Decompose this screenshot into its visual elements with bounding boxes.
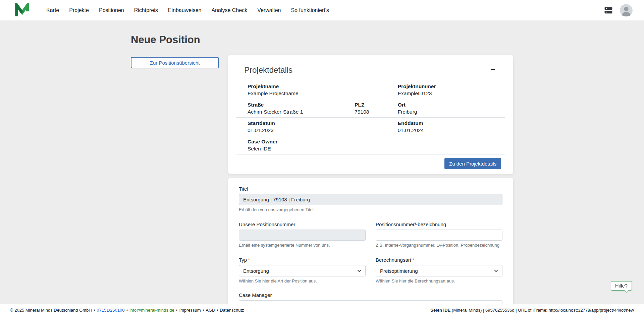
table-row: Straße Achim-Stocker-Straße 1 PLZ 79108 … — [236, 99, 505, 117]
field-startdatum: Startdatum 01.01.2023 — [248, 120, 398, 133]
berechnungsart-select[interactable]: Preisoptimierung — [376, 265, 502, 276]
case-owner-label: Case Owner — [248, 138, 494, 145]
user-avatar-icon[interactable] — [620, 4, 633, 17]
ort-label: Ort — [398, 102, 494, 108]
table-row: Case Owner Selen IDE — [236, 136, 505, 154]
strasse-label: Straße — [248, 102, 355, 108]
nav-projekte[interactable]: Projekte — [69, 7, 89, 13]
plz-label: PLZ — [355, 102, 397, 108]
titel-input — [239, 194, 502, 205]
field-projektnummer: Projektnummer ExampleID123 — [398, 83, 494, 97]
startdatum-value: 01.01.2023 — [248, 127, 398, 133]
footer: © 2025 Mineral Minds Deutschland GmbH • … — [0, 304, 644, 316]
field-projektname: Projektname Example Projectname — [248, 83, 398, 97]
positionsnummer-help: Z.B. Interne-Vorgangsnummer, LV-Position… — [376, 243, 502, 248]
nav-richtpreis[interactable]: Richtpreis — [134, 7, 158, 13]
app-screen: Karte Projekte Positionen Richtpreis Ein… — [0, 0, 644, 316]
page-title: Neue Position — [131, 34, 513, 46]
help-button-label: Hilfe? — [615, 283, 628, 289]
typ-select[interactable]: Entsorgung — [239, 265, 366, 276]
title-divider — [131, 50, 513, 50]
main-content: Neue Position Zur Positionsübersicht Pro… — [0, 20, 644, 316]
nav-positionen[interactable]: Positionen — [99, 7, 124, 13]
server-icon[interactable] — [604, 6, 613, 14]
field-enddatum: Enddatum 01.01.2024 — [398, 120, 494, 133]
nav-karte[interactable]: Karte — [46, 7, 59, 13]
footer-session-info: Selen IDE (Mineral Minds) | 69576255536d… — [430, 308, 634, 313]
impressum-link[interactable]: Impressum — [179, 308, 201, 313]
case-owner-value: Selen IDE — [248, 145, 494, 152]
app-logo[interactable] — [15, 3, 29, 17]
position-form-card: Titel Erhält den von uns vorgegebenen Ti… — [228, 178, 513, 316]
nav-einbauweisen[interactable]: Einbauweisen — [168, 7, 202, 13]
phone-link[interactable]: 07151/250100 — [97, 308, 124, 313]
typ-label: Typ* — [239, 257, 366, 263]
titel-help: Erhält den von uns vorgegebenen Titel. — [239, 207, 502, 212]
nav-analyse-check[interactable]: Analyse Check — [211, 7, 247, 13]
session-user: Selen IDE — [430, 308, 450, 313]
field-ort: Ort Freiburg — [398, 102, 494, 115]
field-case-owner: Case Owner Selen IDE — [248, 138, 494, 152]
logo-icon — [15, 3, 29, 17]
field-plz: PLZ 79108 — [355, 102, 397, 115]
session-details: (Mineral Minds) | 69576255536d | URL of … — [450, 308, 634, 313]
footer-left: © 2025 Mineral Minds Deutschland GmbH • … — [10, 308, 244, 313]
projektname-value: Example Projectname — [248, 90, 398, 97]
enddatum-value: 01.01.2024 — [398, 127, 494, 133]
typ-select-value: Entsorgung — [243, 268, 269, 274]
startdatum-label: Startdatum — [248, 120, 398, 126]
strasse-value: Achim-Stocker-Straße 1 — [248, 109, 355, 115]
berechnungsart-select-value: Preisoptimierung — [380, 268, 418, 274]
positionsnummer-input[interactable] — [376, 230, 502, 241]
header-actions — [604, 4, 633, 17]
field-strasse: Straße Achim-Stocker-Straße 1 — [248, 102, 355, 115]
table-row: Projektname Example Projectname Projektn… — [236, 81, 505, 99]
unsere-positionsnummer-input — [239, 230, 366, 241]
collapse-card-button[interactable]: – — [489, 65, 497, 73]
projektnummer-value: ExampleID123 — [398, 90, 494, 97]
required-asterisk: * — [412, 257, 414, 263]
chevron-down-icon — [357, 269, 361, 272]
required-asterisk: * — [248, 257, 250, 263]
datenschutz-link[interactable]: Datenschutz — [220, 308, 244, 313]
unsere-positionsnummer-label: Unsere Positionsnummer — [239, 222, 366, 227]
titel-label: Titel — [239, 186, 502, 192]
unsere-positionsnummer-help: Erhält eine systemgenerierte Nummer von … — [239, 243, 366, 248]
enddatum-label: Enddatum — [398, 120, 494, 126]
plz-value: 79108 — [355, 109, 397, 115]
berechnungsart-help: Wählen Sie hier die Berechnungsart aus. — [376, 278, 502, 283]
back-to-positions-button[interactable]: Zur Positionsübersicht — [131, 57, 219, 68]
project-fields-table: Projektname Example Projectname Projektn… — [236, 81, 505, 154]
projektname-label: Projektname — [248, 83, 398, 89]
top-nav-bar: Karte Projekte Positionen Richtpreis Ein… — [0, 0, 644, 20]
help-button[interactable]: Hilfe? — [611, 281, 632, 291]
chevron-down-icon — [494, 269, 498, 272]
berechnungsart-label: Berechnungsart* — [376, 257, 502, 263]
go-to-project-details-button[interactable]: Zu den Projektdetails — [444, 158, 501, 169]
table-row: Startdatum 01.01.2023 Enddatum 01.01.202… — [236, 117, 505, 136]
projektnummer-label: Projektnummer — [398, 83, 494, 89]
project-details-title: Projektdetails — [244, 65, 292, 75]
positionsnummer-label: Positionsnummer/-bezeichnung — [376, 222, 502, 227]
email-link[interactable]: info@mineral-minds.de — [129, 308, 174, 313]
main-nav: Karte Projekte Positionen Richtpreis Ein… — [46, 7, 329, 13]
agb-link[interactable]: AGB — [206, 308, 215, 313]
nav-verwalten[interactable]: Verwalten — [257, 7, 281, 13]
copyright-text: © 2025 Mineral Minds Deutschland GmbH — [10, 308, 92, 313]
ort-value: Freiburg — [398, 109, 494, 115]
nav-so-funktionierts[interactable]: So funktioniert's — [291, 7, 329, 13]
typ-help: Wählen Sie hier die Art der Position aus… — [239, 278, 366, 283]
case-manager-label: Case Manager — [239, 292, 502, 298]
project-details-card: Projektdetails – Projektname Example Pro… — [228, 55, 513, 174]
